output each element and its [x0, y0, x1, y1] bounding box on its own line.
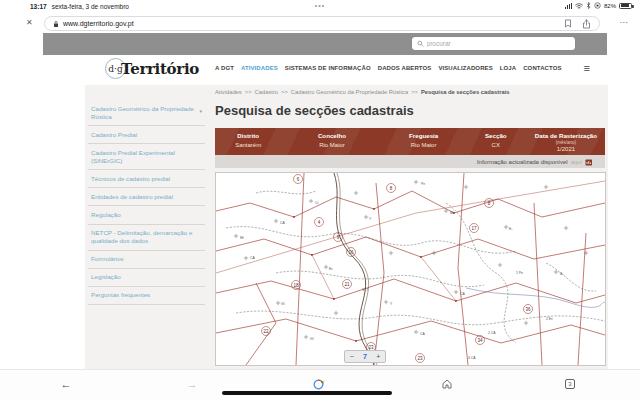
site-search-box[interactable] — [412, 37, 575, 50]
nav-item-visualizadores[interactable]: VISUALIZADORES — [438, 65, 492, 71]
svg-text:CA: CA — [250, 256, 255, 260]
col-data-rasterizacao: Data de Rasterização (mês/ano) 1/2021 — [527, 128, 605, 155]
cadastral-map[interactable]: CACtYPnMtE₂CAEcGlB₂YCAGlCAMt1 Pn2 Ev2 CA… — [215, 172, 606, 366]
nav-item-atividades[interactable]: ATIVIDADES — [241, 65, 278, 71]
svg-text:Pn: Pn — [421, 182, 425, 186]
nav-item-loja[interactable]: LOJA — [500, 65, 516, 71]
culture-symbol-labels: CACtYPnMtE₂CAEcGlB₂YCAGlCAMt1 Pn2 Ev2 CA… — [240, 182, 564, 360]
site-header: d·g Território A DGT ATIVIDADES SISTEMAS… — [43, 55, 607, 85]
zoom-in-button[interactable]: + — [376, 353, 380, 360]
col-label: Concelho — [318, 132, 346, 139]
nav-item-contactos[interactable]: CONTACTOS — [523, 65, 561, 71]
col-value: Rio Maior — [411, 142, 437, 148]
breadcrumb-cadastro[interactable]: Cadastro — [255, 89, 279, 95]
svg-text:34: 34 — [477, 338, 483, 343]
zoom-out-button[interactable]: − — [350, 353, 354, 360]
nav-item-a-dgt[interactable]: A DGT — [215, 65, 234, 71]
sidebar-item-label: NETCP - Delimitação, demarcação e qualid… — [91, 229, 192, 244]
status-indicators: 82% — [565, 2, 632, 9]
svg-text:Mt: Mt — [450, 211, 454, 215]
page-title: Pesquisa de secções cadastrais — [215, 103, 414, 118]
svg-text:21: 21 — [344, 282, 350, 287]
col-seccao: Secção CX — [465, 128, 527, 155]
info-link-aqui[interactable]: aqui — [571, 159, 582, 165]
breadcrumb-cgpr[interactable]: Cadastro Geométrico da Propriedade Rústi… — [291, 89, 408, 95]
battery-percent: 82% — [604, 3, 616, 9]
cadastral-map-drawing: CACtYPnMtE₂CAEcGlB₂YCAGlCAMt1 Pn2 Ev2 CA… — [216, 173, 605, 365]
sidebar-item-cgpr[interactable]: Cadastro Geométrico da Propriedade Rústi… — [88, 100, 205, 126]
rotation-lock-icon — [594, 2, 601, 9]
svg-text:16: 16 — [348, 250, 354, 255]
sidebar-item-cadastro-predial[interactable]: Cadastro Predial — [88, 126, 205, 144]
svg-text:2 CA: 2 CA — [488, 331, 496, 335]
svg-text:23: 23 — [417, 356, 423, 361]
col-value: CX — [492, 142, 500, 148]
col-value: Santarém — [235, 142, 261, 148]
browser-menu-icon[interactable]: ⋯ — [620, 18, 629, 27]
svg-text:6: 6 — [297, 177, 300, 182]
browser-url-bar: ✕ www.dgterritorio.gov.pt ⋯ — [0, 14, 640, 33]
download-map-icon[interactable] — [585, 158, 593, 166]
sidebar-item-label: Entidades de cadastro predial — [91, 193, 173, 200]
sidebar-item-perguntas[interactable]: Perguntas frequentes — [88, 287, 205, 305]
col-distrito: Distrito Santarém — [215, 128, 281, 155]
nav-item-dados-abertos[interactable]: DADOS ABERTOS — [378, 65, 432, 71]
forward-button[interactable]: → — [184, 376, 200, 392]
svg-text:E₂: E₂ — [509, 227, 513, 231]
parcel-lines — [216, 173, 605, 365]
svg-text:1 Pn: 1 Pn — [516, 271, 523, 275]
hamburger-menu-icon[interactable]: ≡ — [584, 63, 590, 74]
svg-text:CA: CA — [460, 292, 465, 296]
breadcrumb-separator: >> — [245, 89, 252, 95]
sidebar-item-tecnicos[interactable]: Técnicos de cadastro predial — [88, 170, 205, 188]
refresh-icon[interactable] — [310, 376, 326, 392]
search-icon — [417, 40, 424, 47]
main-nav: A DGT ATIVIDADES SISTEMAS DE INFORMAÇÃO … — [215, 65, 562, 71]
breadcrumb-separator: >> — [281, 89, 288, 95]
svg-text:STT: STT — [362, 288, 368, 292]
bluetooth-icon — [586, 2, 591, 9]
url-text[interactable]: www.dgterritorio.gov.pt — [63, 20, 564, 27]
svg-text:Gl: Gl — [310, 337, 314, 341]
svg-text:Gl: Gl — [281, 302, 285, 306]
breadcrumb-atividades[interactable]: Atividades — [215, 89, 242, 95]
close-tab-icon[interactable]: ✕ — [26, 18, 33, 27]
sidebar-item-netcp[interactable]: NETCP - Delimitação, demarcação e qualid… — [88, 225, 205, 251]
nav-item-sistemas[interactable]: SISTEMAS DE INFORMAÇÃO — [285, 65, 371, 71]
share-icon[interactable] — [582, 19, 591, 29]
sidebar-item-label: Regulação — [91, 211, 121, 218]
svg-text:18: 18 — [293, 283, 299, 288]
sidebar-item-regulacao[interactable]: Regulação — [88, 206, 205, 224]
site-top-band — [43, 33, 607, 55]
sidebar-item-formularios[interactable]: Formulários — [88, 251, 205, 269]
sidebar-item-sinergic[interactable]: Cadastro Predial Experimental (SiNErGIC) — [88, 144, 205, 170]
map-zoom-control[interactable]: − 7 + — [344, 350, 386, 363]
col-label: Secção — [485, 132, 507, 139]
wifi-icon — [575, 3, 583, 9]
back-button[interactable]: ← — [58, 376, 74, 392]
sidebar-item-label: Perguntas frequentes — [91, 291, 150, 298]
search-input[interactable] — [427, 40, 570, 47]
screen: 13:17sexta-feira, 3 de novembro ••• 82% … — [0, 0, 640, 400]
sidebar-item-entidades[interactable]: Entidades de cadastro predial — [88, 188, 205, 206]
survey-cross-marks — [234, 180, 588, 339]
address-field[interactable]: www.dgterritorio.gov.pt — [44, 16, 600, 31]
col-label: Distrito — [237, 132, 259, 139]
results-table-header: Distrito Santarém Concelho Rio Maior Fre… — [215, 128, 605, 155]
home-indicator[interactable] — [222, 391, 392, 395]
sidebar-item-label: Cadastro Predial — [91, 131, 137, 138]
svg-text:B₂: B₂ — [560, 272, 564, 276]
sidebar-item-label: Legislação — [91, 273, 121, 280]
breadcrumb: Atividades>>Cadastro>>Cadastro Geométric… — [215, 89, 510, 95]
svg-text:2 Ev: 2 Ev — [546, 317, 553, 321]
dgterritorio-logo[interactable]: d·g Território — [105, 58, 199, 79]
home-button[interactable] — [439, 376, 455, 392]
bookmark-icon[interactable] — [564, 19, 572, 28]
tab-switcher-button[interactable]: 3 — [562, 376, 578, 392]
breadcrumb-current: Pesquisa de secções cadastrais — [421, 89, 510, 95]
svg-text:Y: Y — [369, 217, 372, 221]
col-value: Rio Maior — [319, 142, 345, 148]
col-sublabel: (mês/ano) — [556, 140, 576, 145]
sidebar-item-legislacao[interactable]: Legislação — [88, 269, 205, 287]
svg-text:Y: Y — [390, 302, 393, 306]
